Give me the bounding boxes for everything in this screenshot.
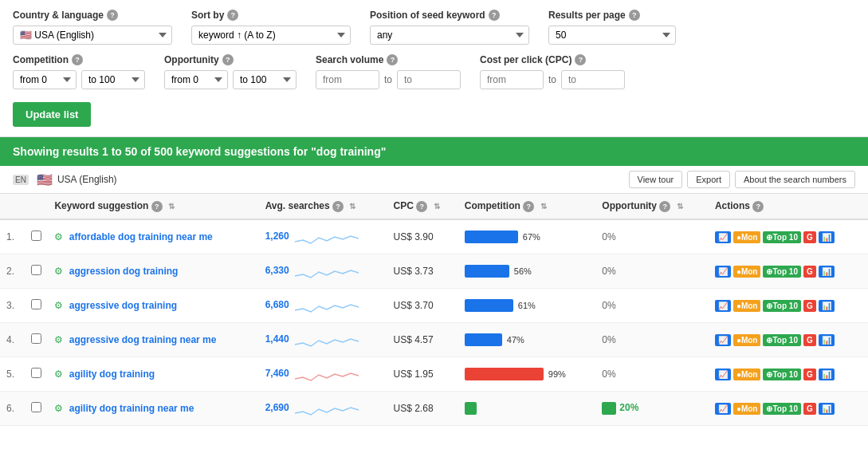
checkbox-cell <box>25 323 48 357</box>
avg-sort-icon[interactable]: ⇅ <box>349 202 355 211</box>
chart-action-icon[interactable]: 📈 <box>715 403 731 415</box>
mon-action-icon[interactable]: ●Mon <box>733 334 761 346</box>
actions-cell: 📈 ●Mon ⊕Top 10 G 📊 <box>709 357 868 392</box>
comp-cell: 67% <box>458 219 596 254</box>
results-per-page-label: Results per page ? <box>548 10 676 21</box>
opportunity-to-select[interactable]: to 100 <box>233 70 297 89</box>
comp-help-icon[interactable]: ? <box>523 201 534 212</box>
update-list-button[interactable]: Update list <box>13 102 91 127</box>
keyword-link[interactable]: aggressive dog training <box>69 300 177 311</box>
col-comp-header: Competition ? ⇅ <box>458 194 596 219</box>
keyword-icon: ⚙ <box>54 231 63 242</box>
col-opp-header: Opportunity ? ⇅ <box>595 194 709 219</box>
search-volume-help-icon[interactable]: ? <box>387 54 398 65</box>
sort-by-group: Sort by ? keyword ↑ (A to Z) <box>191 10 351 45</box>
search-volume-group: Search volume ? to <box>316 54 461 89</box>
competition-help-icon[interactable]: ? <box>72 54 83 65</box>
view-tour-button[interactable]: View tour <box>629 171 683 188</box>
keyword-link[interactable]: affordable dog training near me <box>69 231 213 242</box>
trend-action-icon[interactable]: 📊 <box>819 334 835 346</box>
action-icons: 📈 ●Mon ⊕Top 10 G 📊 <box>715 266 862 278</box>
keyword-link[interactable]: agility dog training near me <box>69 403 194 414</box>
keyword-link[interactable]: aggression dog training <box>69 266 179 277</box>
top10-action-icon[interactable]: ⊕Top 10 <box>763 403 800 415</box>
chart-action-icon[interactable]: 📈 <box>715 231 731 243</box>
row-checkbox[interactable] <box>31 402 41 412</box>
chart-action-icon[interactable]: 📈 <box>715 368 731 380</box>
opp-sort-icon[interactable]: ⇅ <box>677 202 683 211</box>
checkbox-cell <box>25 357 48 392</box>
sort-by-select[interactable]: keyword ↑ (A to Z) <box>191 26 351 45</box>
cpc-help-icon[interactable]: ? <box>575 54 586 65</box>
google-action-icon[interactable]: G <box>803 368 816 380</box>
cpc-col-help-icon[interactable]: ? <box>416 201 427 212</box>
keyword-help-icon[interactable]: ? <box>151 201 163 212</box>
avg-searches-val: 7,460 <box>265 368 289 379</box>
comp-sort-icon[interactable]: ⇅ <box>540 202 547 211</box>
position-select[interactable]: any <box>370 26 529 45</box>
opportunity-help-icon[interactable]: ? <box>222 54 234 65</box>
mon-action-icon[interactable]: ●Mon <box>733 403 761 415</box>
results-per-page-select[interactable]: 50 <box>548 26 676 45</box>
keyword-link[interactable]: aggressive dog training near me <box>69 334 217 345</box>
about-search-numbers-button[interactable]: About the search numbers <box>735 171 855 188</box>
opp-bar <box>602 402 616 415</box>
competition-from-select[interactable]: from 0 <box>13 70 77 89</box>
search-volume-from-input[interactable] <box>316 70 379 89</box>
google-action-icon[interactable]: G <box>803 403 816 415</box>
top10-action-icon[interactable]: ⊕Top 10 <box>763 368 800 380</box>
top10-action-icon[interactable]: ⊕Top 10 <box>763 231 800 243</box>
google-action-icon[interactable]: G <box>803 334 816 346</box>
chart-action-icon[interactable]: 📈 <box>715 266 731 278</box>
mon-action-icon[interactable]: ●Mon <box>733 300 761 312</box>
country-language-help-icon[interactable]: ? <box>107 10 118 21</box>
google-action-icon[interactable]: G <box>803 231 816 243</box>
chart-action-icon[interactable]: 📈 <box>715 300 731 312</box>
cpc-from-input[interactable] <box>480 70 544 89</box>
keyword-cell: ⚙ aggressive dog training near me <box>48 323 258 357</box>
results-per-page-group: Results per page ? 50 <box>548 10 676 45</box>
comp-label: 99% <box>548 369 566 379</box>
row-checkbox[interactable] <box>31 265 41 275</box>
mon-action-icon[interactable]: ●Mon <box>733 231 761 243</box>
mon-action-icon[interactable]: ●Mon <box>733 368 761 380</box>
cpc-to-input[interactable] <box>561 70 625 89</box>
sort-by-help-icon[interactable]: ? <box>227 10 238 21</box>
search-volume-to-input[interactable] <box>397 70 461 89</box>
cpc-cell: US$ 4.57 <box>387 323 458 357</box>
row-checkbox[interactable] <box>31 333 41 344</box>
actions-help-icon[interactable]: ? <box>752 201 764 212</box>
row-num: 5. <box>0 357 25 392</box>
row-checkbox[interactable] <box>31 231 41 241</box>
trend-action-icon[interactable]: 📊 <box>819 368 835 380</box>
avg-help-icon[interactable]: ? <box>332 201 344 212</box>
comp-cell: 47% <box>458 323 596 357</box>
trend-action-icon[interactable]: 📊 <box>819 231 835 243</box>
avg-searches-val: 6,680 <box>265 299 289 310</box>
keyword-link[interactable]: agility dog training <box>69 368 155 380</box>
mon-action-icon[interactable]: ●Mon <box>733 266 761 278</box>
trend-action-icon[interactable]: 📊 <box>819 300 835 312</box>
keyword-sort-icon[interactable]: ⇅ <box>168 202 175 211</box>
competition-to-select[interactable]: to 100 <box>81 70 145 89</box>
google-action-icon[interactable]: G <box>803 300 816 312</box>
row-checkbox[interactable] <box>31 299 41 309</box>
export-button[interactable]: Export <box>687 171 730 188</box>
opp-help-icon[interactable]: ? <box>659 201 670 212</box>
position-help-icon[interactable]: ? <box>489 10 500 21</box>
search-volume-label: Search volume ? <box>316 54 461 65</box>
top10-action-icon[interactable]: ⊕Top 10 <box>763 266 800 278</box>
trend-action-icon[interactable]: 📊 <box>819 266 835 278</box>
google-action-icon[interactable]: G <box>803 266 816 278</box>
table-action-buttons: View tour Export About the search number… <box>629 171 855 188</box>
opportunity-from-select[interactable]: from 0 <box>164 70 228 89</box>
top10-action-icon[interactable]: ⊕Top 10 <box>763 300 800 312</box>
chart-action-icon[interactable]: 📈 <box>715 334 731 346</box>
row-checkbox[interactable] <box>31 368 41 378</box>
country-language-select[interactable]: 🇺🇸 USA (English) <box>13 26 172 45</box>
cpc-sort-icon[interactable]: ⇅ <box>434 202 440 211</box>
trend-action-icon[interactable]: 📊 <box>819 403 835 415</box>
top10-action-icon[interactable]: ⊕Top 10 <box>763 334 800 346</box>
results-per-page-help-icon[interactable]: ? <box>629 10 640 21</box>
comp-cell: 99% <box>458 357 596 392</box>
